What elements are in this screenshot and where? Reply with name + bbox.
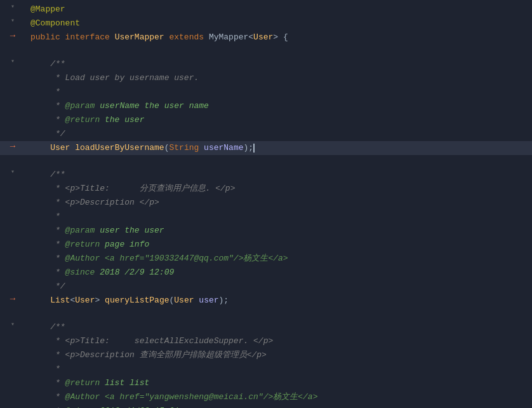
arrow-indicator: → <box>10 141 15 151</box>
code-line: * @since 2018 /2/9 12:09 <box>0 266 532 280</box>
token-javadoc-tag: @return <box>65 240 100 249</box>
code-text: @Mapper <box>25 3 532 17</box>
token-javadoc-text: user the user <box>95 226 164 235</box>
token-comment: * <p>Title: selectAllExcludeSupper. </p> <box>30 336 273 346</box>
token-gen: > { <box>273 32 288 42</box>
code-text: * @Author <a href="190332447@qq.com"/>杨文… <box>25 252 532 266</box>
token-annot: @Component <box>30 18 80 28</box>
code-text: * <p>Description 查询全部用户排除超级管理员</p> <box>25 348 532 362</box>
token-comment: * <box>30 392 65 402</box>
token-comment: /** <box>30 170 65 179</box>
line-gutter: ▾ <box>0 57 25 65</box>
code-text: * Load user by username user. <box>25 71 532 85</box>
code-line: → List<User> queryListPage(User user); <box>0 294 532 308</box>
code-line: ▾ /** <box>0 57 532 71</box>
code-line: */ <box>0 280 532 294</box>
token-gen: ); <box>219 296 229 305</box>
token-javadoc-text: the user <box>100 115 144 125</box>
token-comment: * <box>30 87 60 97</box>
code-text: public interface UserMapper extends MyMa… <box>25 31 532 44</box>
code-line: * @param userName the user name <box>0 99 532 113</box>
code-text: * <box>25 210 532 224</box>
token-method: queryListPage <box>105 296 169 305</box>
token-javadoc-link: <a href="yangwensheng@meicai.cn"/>杨文生</a… <box>100 392 317 402</box>
code-text: * @since 2018 /4/28 15:01 <box>25 404 532 408</box>
code-line: ▾@Component <box>0 17 532 31</box>
line-gutter: → <box>0 294 25 304</box>
code-line: * @Author <a href="190332447@qq.com"/>杨文… <box>0 252 532 266</box>
code-line: * <p>Description 查询全部用户排除超级管理员</p> <box>0 348 532 362</box>
code-line: * @return list list <box>0 376 532 390</box>
token-comment: * <box>30 212 60 221</box>
code-text <box>25 44 532 46</box>
token-comment: * <box>30 226 65 235</box>
code-text: User loadUserByUsername(String userName)… <box>25 141 532 155</box>
code-text: * <box>25 362 532 376</box>
text-cursor <box>253 144 255 153</box>
fold-icon[interactable]: ▾ <box>11 3 15 10</box>
code-text: */ <box>25 127 532 141</box>
token-javadoc-tag: @since <box>65 268 95 277</box>
code-text: * <p>Title: 分页查询用户信息. </p> <box>25 182 532 196</box>
token-gen: ( <box>164 143 170 153</box>
token-annot: @Mapper <box>30 4 65 14</box>
token-comment: */ <box>30 129 65 139</box>
line-gutter: → <box>0 31 25 41</box>
code-text: * @return list list <box>25 376 532 390</box>
code-line: * @since 2018 /4/28 15:01 <box>0 404 532 408</box>
token-javadoc-tag: @param <box>65 226 95 235</box>
token-kw: public <box>30 32 65 42</box>
fold-icon[interactable]: ▾ <box>11 320 15 328</box>
code-text: * @param userName the user name <box>25 99 532 113</box>
code-text: * @return the user <box>25 113 532 127</box>
token-comment: /** <box>30 322 65 332</box>
code-text: /** <box>25 168 532 182</box>
token-cls: User <box>75 296 95 305</box>
token-comment: * <p>Description </p> <box>30 198 159 207</box>
line-gutter: ▾ <box>0 3 25 10</box>
token-kw: String <box>170 143 199 153</box>
code-line: ▾ /** <box>0 320 532 334</box>
code-line: → User loadUserByUsername(String userNam… <box>0 141 532 155</box>
code-text: * @param user the user <box>25 224 532 238</box>
token-comment: */ <box>30 282 65 291</box>
code-line: * <p>Title: 分页查询用户信息. </p> <box>0 182 532 196</box>
code-line: * @param user the user <box>0 224 532 238</box>
fold-icon[interactable]: ▾ <box>11 57 15 65</box>
token-comment: * <box>30 268 65 277</box>
token-comment: * Load user by username user. <box>30 73 199 83</box>
token-cls: List <box>50 296 70 305</box>
line-gutter: → <box>0 141 25 151</box>
code-text: * @return page info <box>25 238 532 252</box>
code-text: @Component <box>25 17 532 31</box>
token-cls: User <box>50 143 70 153</box>
token-javadoc-tag: @return <box>65 115 100 125</box>
token-javadoc-text: list list <box>100 378 149 388</box>
token-gen: > <box>95 296 105 305</box>
token-comment: * <box>30 101 65 111</box>
token-comment: * <box>30 254 65 263</box>
code-line: * @return page info <box>0 238 532 252</box>
token-cls: User <box>174 296 194 305</box>
arrow-indicator: → <box>10 31 15 41</box>
code-line: * <box>0 85 532 99</box>
code-text: * <p>Title: selectAllExcludeSupper. </p> <box>25 334 532 348</box>
code-text: /** <box>25 57 532 71</box>
fold-icon[interactable]: ▾ <box>11 17 15 24</box>
token-gen: ); <box>244 143 254 153</box>
code-text <box>25 155 532 156</box>
token-javadoc-link: <a href="190332447@qq.com"/>杨文生</a> <box>100 254 288 263</box>
fold-icon[interactable]: ▾ <box>11 168 15 175</box>
token-comment: * <p>Description 查询全部用户排除超级管理员</p> <box>30 350 267 360</box>
token-javadoc-text: 2018 /2/9 12:09 <box>95 268 174 277</box>
token-param: user <box>194 296 219 305</box>
code-line: * @return the user <box>0 113 532 127</box>
token-javadoc-text: page info <box>100 240 149 249</box>
code-line: ▾@Mapper <box>0 3 532 17</box>
code-text: /** <box>25 320 532 334</box>
token-comment: * <box>30 240 65 249</box>
code-line: →public interface UserMapper extends MyM… <box>0 31 532 44</box>
token-javadoc-tag: @Author <box>65 392 100 402</box>
code-line <box>0 44 532 57</box>
code-line: * <p>Description </p> <box>0 196 532 210</box>
